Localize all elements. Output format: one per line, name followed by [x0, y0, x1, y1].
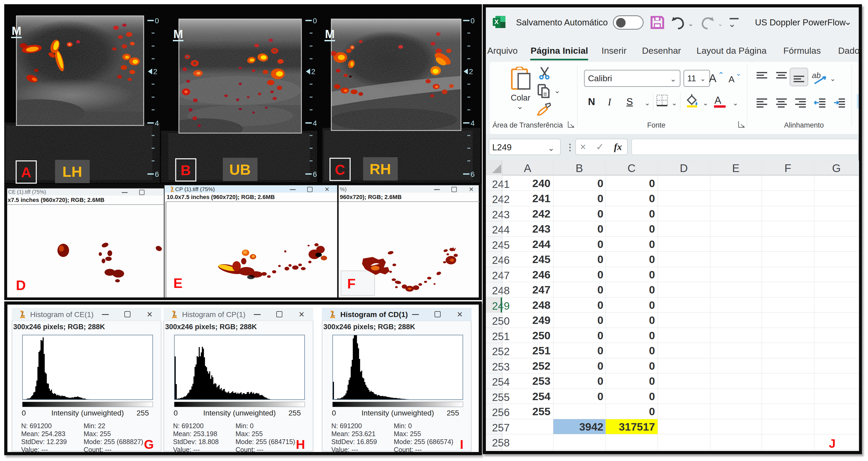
svg-text:2: 2: [311, 67, 315, 76]
svg-text:6: 6: [470, 170, 475, 178]
svg-text:4: 4: [155, 119, 159, 127]
svg-text:6: 6: [155, 170, 159, 178]
svg-text:LH: LH: [62, 163, 82, 180]
svg-text:UB: UB: [229, 161, 251, 178]
svg-text:0: 0: [470, 17, 475, 25]
svg-text:X: X: [494, 18, 499, 25]
svg-text:6: 6: [313, 170, 317, 178]
svg-text:A: A: [21, 164, 31, 180]
svg-text:4: 4: [470, 119, 475, 127]
svg-text:RH: RH: [370, 161, 391, 177]
svg-text:4: 4: [313, 119, 317, 127]
svg-text:0: 0: [313, 17, 317, 25]
svg-text:0: 0: [155, 17, 159, 25]
svg-text:2: 2: [153, 67, 157, 76]
svg-text:B: B: [181, 162, 191, 178]
svg-text:M: M: [325, 28, 335, 40]
svg-text:C: C: [335, 162, 345, 178]
svg-text:2: 2: [469, 67, 473, 76]
svg-text:M: M: [173, 28, 183, 40]
svg-text:M: M: [12, 24, 22, 37]
